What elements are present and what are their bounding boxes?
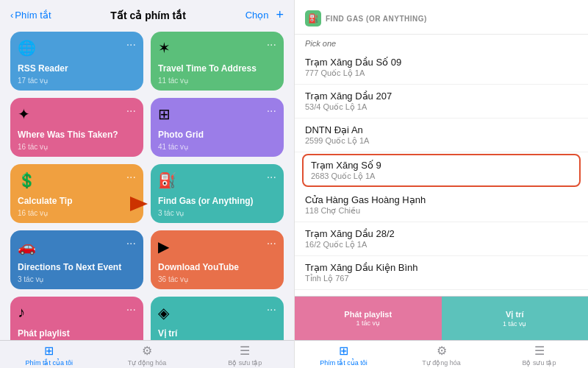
- grid-icon: ⊞: [44, 344, 54, 358]
- shortcut-card-rss[interactable]: 🌐 ··· RSS Reader 17 tác vụ: [10, 32, 143, 91]
- gallery-icon: ☰: [534, 344, 545, 358]
- nav-back-label: Phím tắt: [15, 10, 51, 21]
- gallery-icon: ☰: [240, 344, 250, 358]
- card-title: Calculate Tip: [18, 196, 136, 208]
- tab-label: Bộ sưu tập: [228, 359, 262, 367]
- card-subtitle: 11 tác vụ: [158, 77, 276, 85]
- overlay-playlist[interactable]: Phát playlist 1 tác vụ: [295, 297, 442, 340]
- tip-icon: 💲: [18, 171, 36, 189]
- card-subtitle: 17 tác vụ: [18, 77, 136, 85]
- list-item[interactable]: Trạm Xăng Dầu 207 53/4 Quốc Lộ 1A: [295, 85, 588, 118]
- shortcut-card-where[interactable]: ✦ ··· Where Was This Taken? 16 tác vụ: [10, 98, 143, 157]
- gas-pump-icon: ⛽: [308, 13, 319, 24]
- more-button[interactable]: ···: [267, 39, 276, 51]
- station-address: 16/2 Quốc Lộ 1A: [305, 240, 578, 250]
- more-button[interactable]: ···: [267, 105, 276, 117]
- station-name: Trạm Xăng Dầu 28/2: [305, 228, 578, 239]
- card-header: ✦ ···: [18, 105, 136, 123]
- nav-title: Tất cả phím tắt: [110, 10, 185, 21]
- list-item[interactable]: DNTN Đại An 2599 Quốc Lộ 1A: [295, 118, 588, 152]
- more-button[interactable]: ···: [267, 171, 276, 183]
- list-item[interactable]: Cửa Hàng Gas Hoàng Hạnh 118 Chợ Chiều: [295, 188, 588, 222]
- station-address: Tỉnh Lộ 767: [305, 274, 578, 283]
- right-tab-my-shortcuts[interactable]: ⊞ Phím tắt của tôi: [295, 344, 392, 367]
- list-item[interactable]: Trạm Xăng Dầu Số 09 777 Quốc Lộ 1A: [295, 51, 588, 85]
- right-tab-gallery[interactable]: ☰ Bộ sưu tập: [490, 344, 588, 367]
- overlay-card-sublabel: 1 tác vụ: [503, 320, 527, 328]
- card-title: Directions To Next Event: [18, 262, 136, 274]
- right-title: FIND GAS (OR ANYTHING): [326, 15, 427, 23]
- card-title: RSS Reader: [18, 63, 136, 75]
- card-title: Find Gas (or Anything): [158, 196, 276, 208]
- more-button[interactable]: ···: [126, 171, 136, 183]
- shortcut-card-directions[interactable]: 🚗 ··· Directions To Next Event 3 tác vụ: [10, 230, 143, 289]
- station-address: 2683 Quốc Lộ 1A: [311, 171, 572, 181]
- right-tab-automation[interactable]: ⚙ Tự động hóa: [392, 344, 490, 367]
- tab-automation[interactable]: ⚙ Tự động hóa: [98, 344, 196, 367]
- where-icon: ✦: [18, 105, 30, 123]
- card-header: ♪ ···: [18, 304, 136, 321]
- pick-one-label: Pick one: [295, 35, 588, 51]
- right-tab-bar: ⊞ Phím tắt của tôi ⚙ Tự động hóa ☰ Bộ sư…: [295, 340, 588, 368]
- shortcut-card-tip[interactable]: 💲 ··· Calculate Tip 16 tác vụ: [10, 164, 143, 223]
- right-header: ⛽ FIND GAS (OR ANYTHING): [295, 0, 588, 35]
- tab-label: Tự động hóa: [128, 359, 167, 367]
- card-header: 🚗 ···: [18, 238, 136, 255]
- overlay-location[interactable]: Vị trí 1 tác vụ: [442, 297, 589, 340]
- card-header: 💲 ···: [18, 171, 136, 189]
- grid-icon: ⊞: [339, 344, 348, 358]
- arrow-pointer-icon: [130, 197, 148, 211]
- youtube-icon: ▶: [158, 238, 169, 255]
- more-button[interactable]: ···: [267, 238, 276, 250]
- more-button[interactable]: ···: [126, 39, 136, 51]
- location-icon: ◈: [158, 304, 169, 322]
- card-title: Travel Time To Address: [158, 63, 276, 75]
- nav-back-button[interactable]: ‹ Phím tắt: [10, 10, 51, 21]
- list-item-selected[interactable]: Trạm Xăng Số 9 2683 Quốc Lộ 1A: [302, 154, 581, 187]
- rss-icon: 🌐: [18, 39, 36, 57]
- tab-label: Bộ sưu tập: [522, 359, 556, 367]
- shortcut-card-location[interactable]: ◈ ··· Vị trí 1 tác vụ: [151, 297, 284, 340]
- shortcut-card-youtube[interactable]: ▶ ··· Download YouTube 36 tác vụ: [151, 230, 284, 289]
- overlay-card-label: Phát playlist: [344, 310, 392, 319]
- tab-label: Phím tắt của tôi: [320, 359, 368, 367]
- photo-icon: ⊞: [158, 105, 171, 123]
- tab-label: Tự động hóa: [422, 359, 461, 367]
- card-title: Download YouTube: [158, 262, 276, 274]
- tab-label: Phím tắt của tôi: [25, 359, 73, 367]
- chevron-left-icon: ‹: [10, 10, 13, 21]
- more-button[interactable]: ···: [267, 304, 276, 316]
- choose-button[interactable]: Chọn: [245, 10, 269, 21]
- bottom-overlay: Phát playlist 1 tác vụ Vị trí 1 tác vụ: [295, 296, 588, 340]
- station-address: 777 Quốc Lộ 1A: [305, 68, 578, 78]
- card-title: Photo Grid: [158, 130, 276, 141]
- travel-icon: ✶: [158, 39, 171, 57]
- card-subtitle: 36 tác vụ: [158, 275, 276, 283]
- list-item[interactable]: Trạm Xăng Dầu Tân Hòa 262 Quốc Lộ 1A: [295, 290, 588, 296]
- gas-icon: ⛽: [158, 171, 176, 189]
- station-address: 53/4 Quốc Lộ 1A: [305, 102, 578, 112]
- more-button[interactable]: ···: [126, 238, 136, 250]
- music-icon: ♪: [18, 304, 25, 321]
- left-panel: ‹ Phím tắt Tất cả phím tắt Chọn + 🌐 ··· …: [0, 0, 294, 368]
- more-button[interactable]: ···: [126, 105, 136, 117]
- gas-station-list: Trạm Xăng Dầu Số 09 777 Quốc Lộ 1A Trạm …: [295, 51, 588, 296]
- overlay-card-sublabel: 1 tác vụ: [356, 319, 380, 327]
- card-title: Phát playlist: [18, 328, 136, 340]
- shortcut-card-gas[interactable]: ⛽ ··· Find Gas (or Anything) 3 tác vụ: [151, 164, 284, 223]
- list-item[interactable]: Trạm Xăng Dầu 28/2 16/2 Quốc Lộ 1A: [295, 222, 588, 256]
- add-button[interactable]: +: [276, 7, 284, 23]
- shortcut-card-photo[interactable]: ⊞ ··· Photo Grid 41 tác vụ: [151, 98, 284, 157]
- shortcut-card-playlist[interactable]: ♪ ··· Phát playlist 1 tác vụ: [10, 297, 143, 340]
- card-title: Where Was This Taken?: [18, 130, 136, 141]
- more-button[interactable]: ···: [126, 304, 136, 316]
- list-item[interactable]: Trạm Xăng Dầu Kiện Bình Tỉnh Lộ 767: [295, 256, 588, 290]
- tab-gallery[interactable]: ☰ Bộ sưu tập: [196, 344, 294, 367]
- gas-icon-circle: ⛽: [305, 10, 321, 26]
- station-name: Trạm Xăng Dầu Số 09: [305, 57, 578, 68]
- shortcut-card-travel[interactable]: ✶ ··· Travel Time To Address 11 tác vụ: [151, 32, 284, 91]
- automation-icon: ⚙: [437, 344, 447, 358]
- shortcuts-grid: 🌐 ··· RSS Reader 17 tác vụ ✶ ··· Travel …: [0, 27, 294, 340]
- card-header: 🌐 ···: [18, 39, 136, 57]
- tab-my-shortcuts[interactable]: ⊞ Phím tắt của tôi: [0, 344, 98, 367]
